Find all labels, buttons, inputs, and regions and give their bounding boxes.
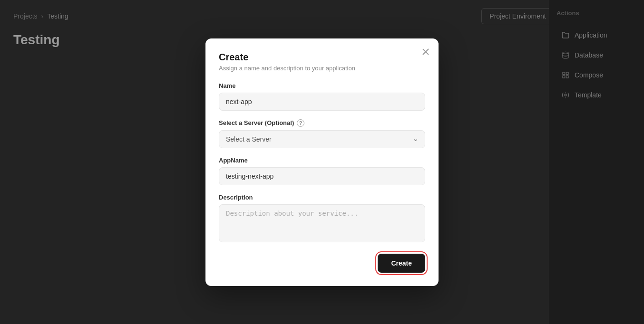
name-form-group: Name xyxy=(219,82,425,111)
server-label: Select a Server (Optional) ? xyxy=(219,119,425,127)
page-background: Projects › Testing Project Enviroment + … xyxy=(0,0,644,324)
help-icon[interactable]: ? xyxy=(297,119,304,127)
description-textarea[interactable] xyxy=(219,204,425,242)
description-form-group: Description xyxy=(219,194,425,244)
modal-overlay: Create Assign a name and description to … xyxy=(0,0,644,324)
create-button[interactable]: Create xyxy=(378,254,425,273)
server-select-wrapper: Select a Server xyxy=(219,130,425,148)
appname-form-group: AppName xyxy=(219,157,425,185)
create-modal: Create Assign a name and description to … xyxy=(205,38,439,286)
modal-subtitle: Assign a name and description to your ap… xyxy=(219,65,425,72)
description-label: Description xyxy=(219,194,425,201)
appname-input[interactable] xyxy=(219,167,425,185)
modal-footer: Create xyxy=(219,254,425,273)
modal-title: Create xyxy=(219,52,425,63)
name-label: Name xyxy=(219,82,425,89)
appname-label: AppName xyxy=(219,157,425,164)
modal-close-button[interactable] xyxy=(420,46,431,58)
name-input[interactable] xyxy=(219,93,425,111)
server-select[interactable]: Select a Server xyxy=(219,130,425,148)
server-form-group: Select a Server (Optional) ? Select a Se… xyxy=(219,119,425,148)
